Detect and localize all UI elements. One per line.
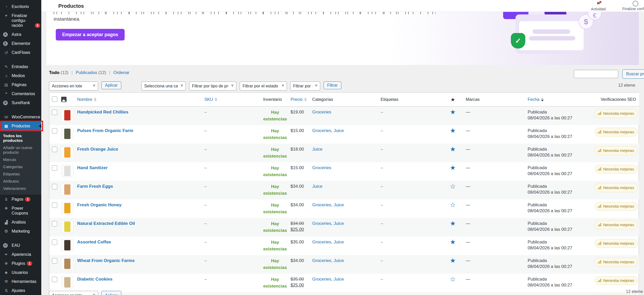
start-accepting-payments-button[interactable]: Empezar a aceptar pagos [56, 29, 125, 40]
product-thumbnail[interactable] [61, 239, 74, 251]
sidebar-item-herramientas[interactable]: ⚒ Herramientas [0, 277, 41, 286]
seo-check-badge[interactable]: Necesita mejoras [595, 239, 638, 248]
sidebar-item-woocommerce[interactable]: W WooCommerce [0, 112, 41, 121]
product-name-link[interactable]: Fresh Organic Honey [77, 202, 122, 207]
product-thumbnail[interactable] [61, 109, 74, 121]
sidebar-item-eau[interactable]: U EAU [0, 241, 41, 250]
view-published-link[interactable]: Publicados [76, 70, 97, 75]
apply-button[interactable]: Aplicar [101, 81, 121, 89]
sidebar-item-cartflows[interactable]: cf CartFlows [0, 48, 41, 57]
product-name-link[interactable]: Assorted Coffee [77, 240, 111, 244]
bulk-actions-select-bottom[interactable]: Acciones en lote [49, 291, 98, 295]
apply-button-bottom[interactable]: Aplicar [101, 291, 121, 295]
product-thumbnail[interactable] [61, 183, 74, 196]
sort-by-date[interactable]: Fecha [528, 97, 544, 102]
row-checkbox[interactable] [52, 128, 57, 134]
sidebar-item-elementor[interactable]: E Elementor [0, 39, 41, 48]
product-thumbnail[interactable] [61, 258, 74, 270]
sort-by-price[interactable]: Precio [291, 97, 307, 102]
category-links[interactable]: Groceries [312, 110, 331, 114]
sidebar-item-medios[interactable]: ♫ Medios [0, 71, 41, 80]
sidebar-item-comentarios[interactable]: ❝ Comentarios [0, 89, 41, 98]
product-thumbnail[interactable] [61, 146, 74, 159]
submenu-item-atributos[interactable]: Atributos [3, 178, 41, 185]
seo-check-badge[interactable]: Necesita mejoras [595, 146, 638, 155]
category-links[interactable]: Groceries, Juice [312, 128, 344, 133]
sidebar-item-marketing[interactable]: ❂ Marketing [0, 227, 41, 236]
finish-setup-button[interactable]: Finalizar configu [620, 1, 644, 11]
featured-star-filled-icon[interactable]: ★ [450, 257, 456, 264]
product-name-link[interactable]: Natural Extracted Edible Oil [77, 221, 135, 226]
sidebar-item-power-coupons[interactable]: ❖ Power Coupons [0, 204, 41, 218]
featured-star-filled-icon[interactable]: ★ [450, 108, 456, 116]
submenu-item-etiquetas[interactable]: Etiquetas [3, 170, 41, 178]
seo-check-badge[interactable]: Necesita mejoras [595, 128, 638, 136]
sort-by-name[interactable]: Nombre [77, 97, 96, 102]
category-links[interactable]: Groceries, Juice [312, 221, 344, 226]
sidebar-item-escritorio[interactable]: ◔ Escritorio [0, 2, 41, 11]
sort-by-sku[interactable]: SKU [204, 97, 217, 102]
sidebar-item-ajustes[interactable]: ⇅ Ajustes [0, 286, 41, 295]
select-all-checkbox[interactable] [52, 96, 57, 102]
product-thumbnail[interactable] [61, 276, 74, 289]
category-links[interactable]: Juice [312, 147, 323, 152]
product-name-link[interactable]: Fresh Orange Juice [77, 147, 118, 152]
row-checkbox[interactable] [52, 202, 57, 208]
submenu-item-anadir-un-nuevo-producto[interactable]: Añadir un nuevo producto [3, 144, 41, 156]
category-links[interactable]: Groceries, Juice [312, 202, 344, 207]
submenu-item-marcas[interactable]: Marcas [3, 156, 41, 163]
product-name-link[interactable]: Handpicked Red Chillies [77, 110, 128, 114]
row-checkbox[interactable] [52, 165, 57, 171]
row-checkbox[interactable] [52, 221, 57, 226]
seo-check-badge[interactable]: Necesita mejoras [595, 165, 638, 174]
featured-star-filled-icon[interactable]: ★ [450, 145, 456, 153]
product-name-link[interactable]: Diabetic Cookies [77, 277, 112, 282]
submenu-item-valoraciones[interactable]: Valoraciones [3, 185, 41, 192]
seo-check-badge[interactable]: Necesita mejoras [595, 202, 638, 211]
row-checkbox[interactable] [52, 110, 57, 115]
view-all-link[interactable]: Todo [49, 70, 59, 75]
product-type-filter-select[interactable]: Filtrar por tipo de producto [189, 81, 236, 91]
sidebar-item-productos[interactable]: ▦ Productos [0, 121, 41, 130]
product-thumbnail[interactable] [61, 202, 74, 214]
category-links[interactable]: Groceries, Juice [312, 240, 344, 244]
stock-status-filter-select[interactable]: Filtrar por el estado del inv [240, 81, 287, 91]
featured-star-filled-icon[interactable]: ★ [450, 238, 456, 245]
featured-star-filled-icon[interactable]: ★ [450, 220, 456, 227]
row-checkbox[interactable] [52, 184, 57, 189]
sidebar-item-finalizar-configuracion[interactable]: ✦ Finalizar configu- ración 5 [0, 11, 41, 30]
seo-check-badge[interactable]: Necesita mejoras [595, 109, 638, 118]
brand-filter-select[interactable]: Filtrar por marca [290, 81, 320, 91]
row-checkbox[interactable] [52, 147, 57, 152]
sidebar-item-analisis[interactable]: ▟ Análisis [0, 218, 41, 227]
category-filter-select[interactable]: Selecciona una categoría [141, 81, 186, 91]
product-name-link[interactable]: Wheat From Organic Farms [77, 258, 135, 263]
category-links[interactable]: Groceries, Juice [312, 277, 344, 282]
product-name-link[interactable]: Pulses From Organic Farm [77, 128, 133, 133]
featured-star-filled-icon[interactable]: ★ [450, 294, 456, 295]
seo-check-badge[interactable]: Necesita mejoras [595, 183, 638, 192]
seo-check-badge[interactable]: Necesita mejoras [595, 258, 638, 266]
row-checkbox[interactable] [52, 258, 57, 264]
seo-check-badge[interactable]: Necesita mejoras [595, 276, 638, 285]
sidebar-item-plugins[interactable]: ❉ Plugins 1 [0, 259, 41, 268]
product-thumbnail[interactable] [61, 165, 74, 177]
product-name-link[interactable]: Farm Fresh Eggs [77, 184, 113, 189]
sidebar-item-entradas[interactable]: ✎ Entradas [0, 62, 41, 71]
activity-button[interactable]: ⚑ Actividad [583, 1, 614, 11]
submenu-item-todos-los-productos[interactable]: Todos los productos [3, 132, 41, 144]
sidebar-item-surerank[interactable]: R SureRank [0, 98, 41, 107]
featured-star-hollow-icon[interactable]: ☆ [450, 275, 456, 283]
featured-star-hollow-icon[interactable]: ☆ [450, 183, 456, 190]
sidebar-item-astra[interactable]: A Astra [0, 30, 41, 39]
search-products-input[interactable] [574, 70, 618, 78]
seo-check-badge[interactable]: Necesita mejoras [595, 220, 638, 229]
product-thumbnail[interactable] [61, 128, 74, 140]
featured-star-filled-icon[interactable]: ★ [450, 127, 456, 134]
view-sort-link[interactable]: Ordenar [113, 70, 129, 75]
sidebar-item-paginas[interactable]: ▤ Páginas [0, 80, 41, 89]
category-links[interactable]: Juice [312, 184, 323, 189]
category-links[interactable]: Groceries [312, 165, 331, 170]
sidebar-item-apariencia[interactable]: ✒ Apariencia [0, 250, 41, 259]
sidebar-item-usuarios[interactable]: ☻ Usuarios [0, 268, 41, 277]
